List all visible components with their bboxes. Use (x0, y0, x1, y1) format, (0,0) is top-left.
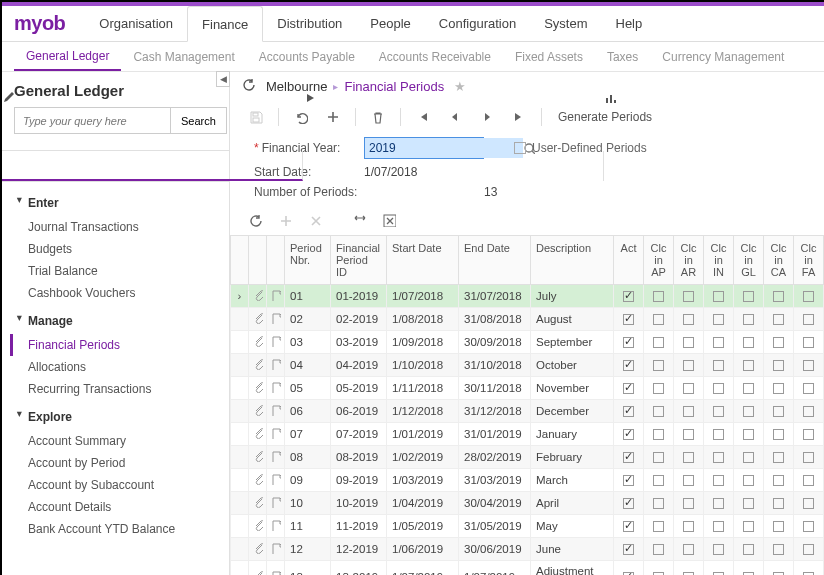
sidebar-item-recurring-transactions[interactable]: Recurring Transactions (10, 378, 221, 400)
cell-nbr[interactable]: 08 (285, 446, 331, 469)
attachment-icon[interactable] (249, 308, 267, 331)
cell-checkbox[interactable] (734, 561, 764, 576)
subnav-accounts-receivable[interactable]: Accounts Receivable (367, 43, 503, 71)
grid-header-financial-period-id[interactable]: Financial Period ID (331, 236, 387, 285)
cell-nbr[interactable]: 06 (285, 400, 331, 423)
cell-end[interactable]: 1/07/2019 (459, 561, 531, 576)
cell-fpid[interactable]: 11-2019 (331, 515, 387, 538)
cell-checkbox[interactable] (674, 446, 704, 469)
cell-nbr[interactable]: 13 (285, 561, 331, 576)
sidebar-item-journal-transactions[interactable]: Journal Transactions (10, 216, 221, 238)
cell-checkbox[interactable] (734, 423, 764, 446)
sidebar-section-explore[interactable]: Explore (10, 404, 221, 430)
attachment-icon[interactable] (249, 561, 267, 576)
table-row[interactable]: 1111-20191/05/201931/05/2019May (231, 515, 824, 538)
topnav-organisation[interactable]: Organisation (85, 6, 187, 42)
cell-checkbox[interactable] (674, 492, 704, 515)
note-icon[interactable] (267, 331, 285, 354)
cell-checkbox[interactable] (644, 492, 674, 515)
grid-header-clc-in-in[interactable]: Clc in IN (704, 236, 734, 285)
cell-desc[interactable]: June (531, 538, 614, 561)
cell-fpid[interactable]: 03-2019 (331, 331, 387, 354)
cell-checkbox[interactable] (794, 285, 824, 308)
subnav-accounts-payable[interactable]: Accounts Payable (247, 43, 367, 71)
cell-end[interactable]: 30/04/2019 (459, 492, 531, 515)
note-icon[interactable] (267, 492, 285, 515)
topnav-distribution[interactable]: Distribution (263, 6, 356, 42)
topnav-help[interactable]: Help (602, 6, 657, 42)
collapse-sidebar-button[interactable]: ◀ (216, 71, 230, 87)
cell-end[interactable]: 30/11/2018 (459, 377, 531, 400)
cell-checkbox[interactable] (704, 492, 734, 515)
cell-desc[interactable]: April (531, 492, 614, 515)
cell-checkbox[interactable] (614, 538, 644, 561)
note-icon[interactable] (267, 538, 285, 561)
cell-checkbox[interactable] (764, 446, 794, 469)
note-icon[interactable] (267, 515, 285, 538)
cell-fpid[interactable]: 07-2019 (331, 423, 387, 446)
cell-checkbox[interactable] (644, 354, 674, 377)
sidebar-tab-report[interactable] (604, 151, 824, 181)
subnav-currency-management[interactable]: Currency Management (650, 43, 796, 71)
cell-checkbox[interactable] (734, 377, 764, 400)
cell-start[interactable]: 1/01/2019 (387, 423, 459, 446)
cell-checkbox[interactable] (674, 331, 704, 354)
cell-checkbox[interactable] (734, 469, 764, 492)
cell-checkbox[interactable] (674, 377, 704, 400)
cell-checkbox[interactable] (614, 354, 644, 377)
table-row[interactable]: 1212-20191/06/201930/06/2019June (231, 538, 824, 561)
sidebar-section-enter[interactable]: Enter (10, 190, 221, 216)
cell-nbr[interactable]: 04 (285, 354, 331, 377)
cell-checkbox[interactable] (614, 469, 644, 492)
cell-desc[interactable]: August (531, 308, 614, 331)
cell-checkbox[interactable] (704, 331, 734, 354)
cell-nbr[interactable]: 01 (285, 285, 331, 308)
cell-nbr[interactable]: 03 (285, 331, 331, 354)
cell-end[interactable]: 28/02/2019 (459, 446, 531, 469)
cell-fpid[interactable]: 01-2019 (331, 285, 387, 308)
cell-end[interactable]: 31/01/2019 (459, 423, 531, 446)
cell-checkbox[interactable] (764, 492, 794, 515)
cell-checkbox[interactable] (674, 469, 704, 492)
cell-checkbox[interactable] (764, 538, 794, 561)
grid-header-period-nbr-[interactable]: Period Nbr. (285, 236, 331, 285)
cell-checkbox[interactable] (794, 354, 824, 377)
cell-end[interactable]: 31/10/2018 (459, 354, 531, 377)
cell-desc[interactable]: September (531, 331, 614, 354)
cell-checkbox[interactable] (644, 331, 674, 354)
cell-checkbox[interactable] (674, 285, 704, 308)
cell-checkbox[interactable] (674, 400, 704, 423)
note-icon[interactable] (267, 446, 285, 469)
cell-desc[interactable]: February (531, 446, 614, 469)
sidebar-item-account-by-period[interactable]: Account by Period (10, 452, 221, 474)
grid-header-clc-in-ap[interactable]: Clc in AP (644, 236, 674, 285)
cell-desc[interactable]: December (531, 400, 614, 423)
attachment-icon[interactable] (249, 515, 267, 538)
cell-fpid[interactable]: 02-2019 (331, 308, 387, 331)
cell-fpid[interactable]: 10-2019 (331, 492, 387, 515)
cell-checkbox[interactable] (764, 377, 794, 400)
cell-end[interactable]: 31/12/2018 (459, 400, 531, 423)
cell-checkbox[interactable] (614, 492, 644, 515)
grid-header-clc-in-ar[interactable]: Clc in AR (674, 236, 704, 285)
cell-checkbox[interactable] (764, 285, 794, 308)
sidebar-item-allocations[interactable]: Allocations (10, 356, 221, 378)
cell-start[interactable]: 1/05/2019 (387, 515, 459, 538)
cell-checkbox[interactable] (734, 515, 764, 538)
attachment-icon[interactable] (249, 492, 267, 515)
note-icon[interactable] (267, 285, 285, 308)
cell-start[interactable]: 1/07/2018 (387, 285, 459, 308)
cell-checkbox[interactable] (614, 331, 644, 354)
cell-desc[interactable]: November (531, 377, 614, 400)
cell-checkbox[interactable] (674, 561, 704, 576)
cell-checkbox[interactable] (674, 354, 704, 377)
cell-checkbox[interactable] (644, 446, 674, 469)
cell-checkbox[interactable] (614, 308, 644, 331)
cell-end[interactable]: 30/09/2018 (459, 331, 531, 354)
cell-start[interactable]: 1/10/2018 (387, 354, 459, 377)
attachment-icon[interactable] (249, 538, 267, 561)
subnav-general-ledger[interactable]: General Ledger (14, 43, 121, 71)
cell-checkbox[interactable] (734, 354, 764, 377)
sidebar-tab-edit[interactable] (2, 151, 303, 181)
cell-checkbox[interactable] (764, 400, 794, 423)
